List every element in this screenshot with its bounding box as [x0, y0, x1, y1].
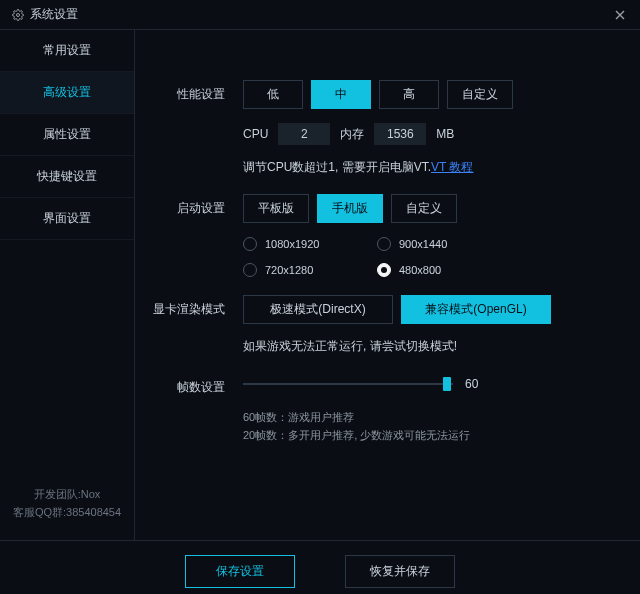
resolution-options: 1080x1920 900x1440 720x1280 480x800: [243, 237, 630, 277]
sidebar-footer: 开发团队:Nox 客服QQ群:385408454: [0, 475, 134, 540]
fps-slider-thumb[interactable]: [443, 377, 451, 391]
perf-high-button[interactable]: 高: [379, 80, 439, 109]
cpu-input[interactable]: [278, 123, 330, 145]
sidebar-item-advanced[interactable]: 高级设置: [0, 72, 134, 114]
performance-options: 低 中 高 自定义: [243, 80, 630, 109]
res-1080x1920-radio[interactable]: 1080x1920: [243, 237, 353, 251]
fps-value: 60: [465, 377, 478, 391]
render-label: 显卡渲染模式: [145, 295, 243, 355]
gear-icon: [12, 9, 24, 21]
render-row: 显卡渲染模式 极速模式(DirectX) 兼容模式(OpenGL) 如果游戏无法…: [145, 295, 630, 355]
perf-low-button[interactable]: 低: [243, 80, 303, 109]
res-900x1440-radio[interactable]: 900x1440: [377, 237, 487, 251]
close-icon[interactable]: [612, 7, 628, 23]
vt-tutorial-link[interactable]: VT 教程: [431, 160, 473, 174]
res-720x1280-radio[interactable]: 720x1280: [243, 263, 353, 277]
svg-point-0: [17, 13, 20, 16]
cpu-label: CPU: [243, 127, 268, 141]
window-title: 系统设置: [30, 6, 78, 23]
render-warning: 如果游戏无法正常运行, 请尝试切换模式!: [243, 338, 630, 355]
save-button[interactable]: 保存设置: [185, 555, 295, 588]
render-directx-button[interactable]: 极速模式(DirectX): [243, 295, 393, 324]
sidebar-item-shortcut[interactable]: 快捷键设置: [0, 156, 134, 198]
dev-team: 开发团队:Nox: [0, 485, 134, 504]
restore-button[interactable]: 恢复并保存: [345, 555, 455, 588]
fps-slider[interactable]: [243, 377, 453, 391]
sidebar-item-property[interactable]: 属性设置: [0, 114, 134, 156]
startup-tablet-button[interactable]: 平板版: [243, 194, 309, 223]
fps-note-20: 20帧数：多开用户推荐, 少数游戏可能无法运行: [243, 427, 630, 445]
qq-group: 客服QQ群:385408454: [0, 503, 134, 522]
sidebar: 常用设置 高级设置 属性设置 快捷键设置 界面设置 开发团队:Nox 客服QQ群…: [0, 30, 135, 540]
sidebar-item-general[interactable]: 常用设置: [0, 30, 134, 72]
mem-unit: MB: [436, 127, 454, 141]
mem-label: 内存: [340, 126, 364, 143]
performance-row: 性能设置 低 中 高 自定义 CPU 内存 MB 调节CPU数超过1, 需要开启…: [145, 80, 630, 176]
render-opengl-button[interactable]: 兼容模式(OpenGL): [401, 295, 551, 324]
startup-label: 启动设置: [145, 194, 243, 277]
perf-custom-button[interactable]: 自定义: [447, 80, 513, 109]
content: 性能设置 低 中 高 自定义 CPU 内存 MB 调节CPU数超过1, 需要开启…: [135, 30, 640, 540]
titlebar: 系统设置: [0, 0, 640, 30]
startup-options: 平板版 手机版 自定义: [243, 194, 630, 223]
fps-row: 帧数设置 60 60帧数：游戏用户推荐 20帧数：多开用户推荐, 少数游戏可能无…: [145, 373, 630, 444]
res-480x800-radio[interactable]: 480x800: [377, 263, 487, 277]
render-options: 极速模式(DirectX) 兼容模式(OpenGL): [243, 295, 630, 324]
fps-note-60: 60帧数：游戏用户推荐: [243, 409, 630, 427]
startup-custom-button[interactable]: 自定义: [391, 194, 457, 223]
fps-label: 帧数设置: [145, 373, 243, 444]
startup-row: 启动设置 平板版 手机版 自定义 1080x1920 900x1440 720x…: [145, 194, 630, 277]
footer: 保存设置 恢复并保存: [0, 540, 640, 594]
sidebar-item-interface[interactable]: 界面设置: [0, 198, 134, 240]
mem-input[interactable]: [374, 123, 426, 145]
perf-mid-button[interactable]: 中: [311, 80, 371, 109]
startup-phone-button[interactable]: 手机版: [317, 194, 383, 223]
performance-label: 性能设置: [145, 80, 243, 176]
vt-hint: 调节CPU数超过1, 需要开启电脑VT.VT 教程: [243, 159, 630, 176]
